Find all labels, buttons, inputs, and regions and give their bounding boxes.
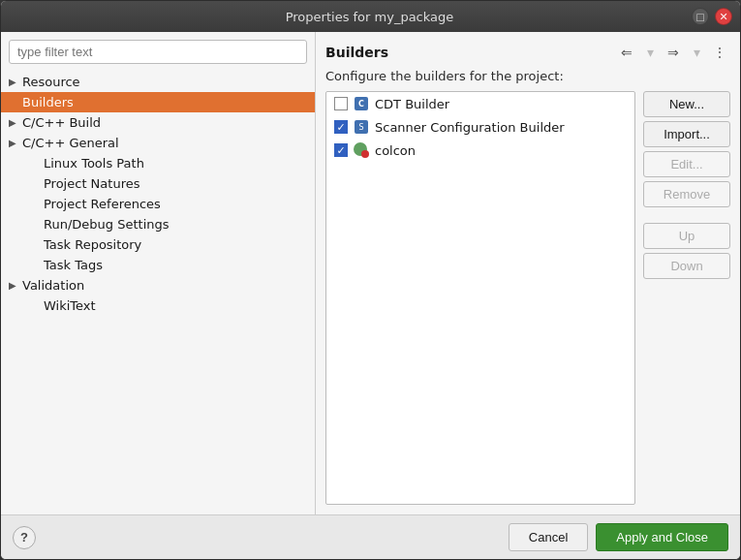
edit-button[interactable]: Edit... <box>643 151 730 177</box>
sidebar-item-label: Project References <box>44 197 161 211</box>
builders-area: C CDT Builder ✓ S Scanner Configuration … <box>325 91 730 505</box>
panel-title: Builders <box>325 45 388 60</box>
builder-item-scanner[interactable]: ✓ S Scanner Configuration Builder <box>326 115 634 139</box>
expand-arrow: ▶ <box>9 280 22 291</box>
sidebar-item-label: Validation <box>22 278 84 293</box>
cdt-builder-icon: C <box>354 96 369 111</box>
sidebar-item-validation[interactable]: ▶ Validation <box>1 275 315 296</box>
sidebar-item-label: Resource <box>22 75 80 89</box>
new-button[interactable]: New... <box>643 91 730 117</box>
forward-dropdown[interactable]: ▾ <box>686 42 707 63</box>
sidebar-item-project-natures[interactable]: Project Natures <box>1 173 315 194</box>
sidebar-item-label: C/C++ Build <box>22 115 101 130</box>
expand-arrow: ▶ <box>9 77 22 87</box>
builder-item-cdt[interactable]: C CDT Builder <box>326 92 634 115</box>
maximize-button[interactable]: □ <box>692 8 709 25</box>
sidebar-item-cpp-general[interactable]: ▶ C/C++ General <box>1 133 315 153</box>
left-panel: ▶ Resource Builders ▶ C/C++ Build ▶ C/C+… <box>1 32 316 514</box>
sidebar-item-project-references[interactable]: Project References <box>1 194 315 214</box>
help-button[interactable]: ? <box>13 526 36 549</box>
title-bar-controls: □ ✕ <box>692 8 732 25</box>
sidebar-item-label: WikiText <box>44 298 96 313</box>
sidebar-item-task-tags[interactable]: Task Tags <box>1 255 315 275</box>
builder-item-colcon[interactable]: ✓ colcon <box>326 139 634 162</box>
sidebar-item-cpp-build[interactable]: ▶ C/C++ Build <box>1 112 315 133</box>
right-panel: Builders ⇐ ▾ ⇒ ▾ ⋮ Configure the builder… <box>316 32 740 514</box>
colcon-builder-icon <box>354 142 369 158</box>
sidebar-item-label: C/C++ General <box>22 136 119 150</box>
builder-checkbox-cdt[interactable] <box>334 97 348 110</box>
panel-toolbar: ⇐ ▾ ⇒ ▾ ⋮ <box>616 42 730 63</box>
panel-description: Configure the builders for the project: <box>325 69 730 83</box>
main-content: ▶ Resource Builders ▶ C/C++ Build ▶ C/C+… <box>1 32 740 514</box>
builder-checkbox-colcon[interactable]: ✓ <box>334 143 348 157</box>
panel-header: Builders ⇐ ▾ ⇒ ▾ ⋮ <box>325 42 730 63</box>
sidebar-item-label: Builders <box>22 95 74 109</box>
sidebar-item-resource[interactable]: ▶ Resource <box>1 72 315 92</box>
up-button[interactable]: Up <box>643 223 730 249</box>
sidebar-item-label: Task Tags <box>44 258 103 272</box>
expand-arrow: ▶ <box>9 117 22 128</box>
sidebar-item-label: Project Natures <box>44 176 139 191</box>
back-button[interactable]: ⇐ <box>616 42 637 63</box>
sidebar-item-run-debug[interactable]: Run/Debug Settings <box>1 214 315 234</box>
close-button[interactable]: ✕ <box>715 8 732 25</box>
title-bar: Properties for my_package □ ✕ <box>1 1 740 32</box>
properties-dialog: Properties for my_package □ ✕ ▶ Resource… <box>0 0 741 560</box>
builder-label-scanner: Scanner Configuration Builder <box>375 120 565 135</box>
sidebar-item-label: Linux Tools Path <box>44 156 144 171</box>
tree-container: ▶ Resource Builders ▶ C/C++ Build ▶ C/C+… <box>1 72 315 514</box>
bottom-buttons: Cancel Apply and Close <box>509 523 728 551</box>
back-dropdown[interactable]: ▾ <box>639 42 661 63</box>
apply-close-button[interactable]: Apply and Close <box>596 523 728 551</box>
builder-label-colcon: colcon <box>375 143 416 158</box>
builder-checkbox-scanner[interactable]: ✓ <box>334 120 348 134</box>
sidebar-item-wikitext[interactable]: WikiText <box>1 296 315 316</box>
down-button[interactable]: Down <box>643 253 730 279</box>
sidebar-item-builders[interactable]: Builders <box>1 92 315 112</box>
cancel-button[interactable]: Cancel <box>509 523 588 551</box>
side-buttons: New... Import... Edit... Remove Up Down <box>643 91 730 505</box>
more-options-button[interactable]: ⋮ <box>709 42 730 63</box>
dialog-title: Properties for my_package <box>47 10 692 24</box>
expand-arrow: ▶ <box>9 138 22 148</box>
sidebar-item-label: Run/Debug Settings <box>44 217 170 232</box>
filter-input[interactable] <box>9 40 307 64</box>
sidebar-item-label: Task Repository <box>44 237 141 252</box>
import-button[interactable]: Import... <box>643 121 730 147</box>
remove-button[interactable]: Remove <box>643 181 730 207</box>
sidebar-item-linux-tools[interactable]: Linux Tools Path <box>1 153 315 173</box>
bottom-bar: ? Cancel Apply and Close <box>1 514 740 559</box>
builders-list: C CDT Builder ✓ S Scanner Configuration … <box>325 91 635 505</box>
builder-label-cdt: CDT Builder <box>375 97 449 111</box>
forward-button[interactable]: ⇒ <box>663 42 684 63</box>
scanner-builder-icon: S <box>354 119 369 135</box>
sidebar-item-task-repo[interactable]: Task Repository <box>1 234 315 255</box>
